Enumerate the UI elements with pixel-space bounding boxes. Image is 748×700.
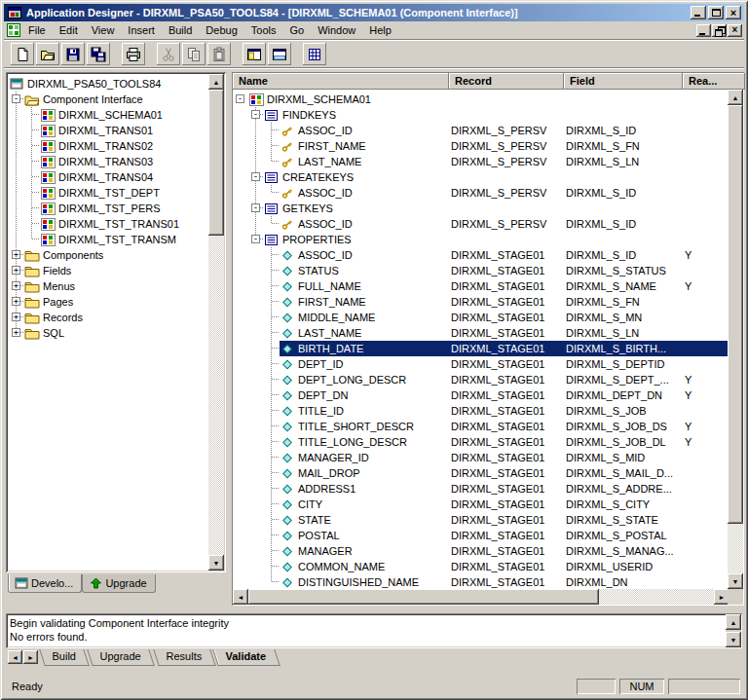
tree-expand-toggle[interactable]: - — [12, 94, 20, 103]
ci-row[interactable]: FIRST_NAMEDIRXML_STAGE01DIRXML_S_FN — [233, 294, 729, 310]
scroll-left-button[interactable]: ◄ — [233, 589, 248, 605]
project-tree-item[interactable]: +Components — [9, 247, 207, 263]
project-tree-item[interactable]: DIRXML_TST_PERS — [9, 201, 207, 216]
tree-expand-toggle[interactable]: - — [251, 110, 260, 119]
project-tree-item[interactable]: DIRXML_SCHEMA01 — [9, 107, 207, 123]
ci-row[interactable]: MANAGER_IDDIRXML_STAGE01DIRXML_S_MID — [233, 450, 729, 465]
ci-row[interactable]: FULL_NAMEDIRXML_STAGE01DIRXML_S_NAMEY — [233, 278, 729, 294]
tree-expand-toggle[interactable]: + — [12, 313, 20, 321]
ci-row[interactable]: COMMON_NAMEDIRXML_STAGE01DIRXML_USERID — [233, 559, 729, 574]
scroll-up-button[interactable]: ▲ — [726, 614, 741, 630]
save-all-button[interactable] — [87, 43, 110, 65]
output-window-button[interactable] — [268, 43, 291, 65]
ci-row[interactable]: -FINDKEYS — [233, 107, 729, 123]
ci-row[interactable]: TITLE_IDDIRXML_STAGE01DIRXML_S_JOB — [233, 403, 729, 419]
column-header-field[interactable]: Field — [564, 73, 683, 90]
menu-insert[interactable]: Insert — [121, 22, 162, 38]
column-header-record[interactable]: Record — [449, 73, 564, 90]
ci-row[interactable]: ASSOC_IDDIRXML_STAGE01DIRXML_S_IDY — [233, 247, 729, 263]
menu-help[interactable]: Help — [362, 22, 398, 38]
ci-row[interactable]: LAST_NAMEDIRXML_S_PERSVDIRXML_S_LN — [233, 154, 729, 169]
column-header-rea[interactable]: Rea... — [683, 73, 745, 90]
ci-row[interactable]: ASSOC_IDDIRXML_S_PERSVDIRXML_S_ID — [233, 185, 729, 201]
scroll-down-button[interactable]: ▼ — [726, 632, 741, 647]
output-tab-validate[interactable]: Validate — [213, 649, 280, 666]
ci-row[interactable]: DISTINGUISHED_NAMEDIRXML_STAGE01DIRXML_D… — [233, 574, 729, 589]
project-tree-item[interactable]: DIRXML_TRANS04 — [9, 169, 207, 185]
minimize-button[interactable] — [691, 6, 706, 19]
tree-expand-toggle[interactable]: + — [12, 281, 20, 290]
scroll-up-button[interactable]: ▲ — [208, 74, 224, 90]
ci-row[interactable]: DEPT_IDDIRXML_STAGE01DIRXML_S_DEPTID — [233, 356, 729, 372]
tree-expand-toggle[interactable]: + — [12, 328, 20, 337]
ci-row[interactable]: DEPT_LONG_DESCRDIRXML_STAGE01DIRXML_S_DE… — [233, 372, 729, 387]
copy-button[interactable] — [182, 43, 206, 65]
ci-row[interactable]: BIRTH_DATEDIRXML_STAGE01DIRXML_S_BIRTH..… — [233, 341, 729, 356]
output-tab-upgrade[interactable]: Upgrade — [88, 649, 156, 666]
project-tree-item[interactable]: DIRXML_TST_DEPT — [9, 185, 207, 201]
ci-row[interactable]: -DIRXML_SCHEMA01 — [233, 92, 729, 107]
cut-button[interactable] — [157, 43, 180, 65]
tree-expand-toggle[interactable]: + — [12, 250, 20, 259]
ci-row[interactable]: TITLE_LONG_DESCRDIRXML_STAGE01DIRXML_S_J… — [233, 434, 729, 450]
output-tab-scroll-right-button[interactable]: ► — [23, 650, 38, 664]
paste-button[interactable] — [207, 43, 231, 65]
mdi-close-button[interactable]: × — [728, 24, 742, 37]
project-workspace-button[interactable] — [243, 43, 266, 65]
workspace-tab-upgrade[interactable]: Upgrade — [82, 574, 155, 593]
mdi-restore-button[interactable] — [712, 24, 727, 37]
project-tree-item[interactable]: +Fields — [9, 263, 207, 278]
ci-row[interactable]: POSTALDIRXML_STAGE01DIRXML_S_POSTAL — [233, 528, 729, 543]
output-tab-build[interactable]: Build — [39, 649, 90, 666]
tree-expand-toggle[interactable]: + — [12, 297, 20, 306]
open-button[interactable] — [36, 43, 59, 65]
scroll-up-button[interactable]: ▲ — [728, 90, 743, 105]
project-tree-item[interactable]: +SQL — [9, 325, 207, 341]
project-tree-item[interactable]: +Pages — [9, 294, 207, 310]
ci-row[interactable]: ADDRESS1DIRXML_STAGE01DIRXML_S_ADDRE... — [233, 481, 729, 497]
ci-row[interactable]: ASSOC_IDDIRXML_S_PERSVDIRXML_S_ID — [233, 123, 729, 138]
document-window-icon[interactable] — [6, 22, 21, 38]
column-header-name[interactable]: Name — [233, 73, 449, 90]
ci-row[interactable]: MIDDLE_NAMEDIRXML_STAGE01DIRXML_S_MN — [233, 310, 729, 325]
project-tree-item[interactable]: DIRXML_PSA50_TOOLS84 — [9, 76, 207, 92]
tree-expand-toggle[interactable]: - — [251, 203, 260, 212]
ci-row[interactable]: ASSOC_IDDIRXML_S_PERSVDIRXML_S_ID — [233, 216, 729, 232]
project-tree-item[interactable]: DIRXML_TRANS03 — [9, 154, 207, 169]
tree-expand-toggle[interactable]: - — [251, 172, 260, 181]
ci-row[interactable]: LAST_NAMEDIRXML_STAGE01DIRXML_S_LN — [233, 325, 729, 341]
workspace-tab-develo[interactable]: Develo... — [8, 574, 82, 593]
project-tree-item[interactable]: DIRXML_TRANS02 — [9, 138, 207, 154]
print-button[interactable] — [122, 43, 145, 65]
ci-row[interactable]: -GETKEYS — [233, 201, 729, 216]
project-tree-item[interactable]: DIRXML_TST_TRANS01 — [9, 216, 207, 232]
ci-row[interactable]: MAIL_DROPDIRXML_STAGE01DIRXML_S_MAIL_D..… — [233, 465, 729, 481]
menu-edit[interactable]: Edit — [53, 22, 85, 38]
scrollbar-thumb[interactable] — [248, 589, 599, 605]
project-tree-item[interactable]: +Menus — [9, 278, 207, 294]
menu-view[interactable]: View — [85, 22, 122, 38]
title-bar[interactable]: Application Designer - DIRXML_PSA50_TOOL… — [4, 4, 744, 21]
project-tree-item[interactable]: +Records — [9, 310, 207, 325]
output-tab-results[interactable]: Results — [153, 649, 215, 666]
project-tree-item[interactable]: -Component Interface — [9, 92, 207, 107]
output-scrollbar[interactable]: ▲ ▼ — [726, 614, 741, 647]
project-tree-scrollbar[interactable]: ▲ ▼ — [208, 74, 224, 571]
ci-row[interactable]: FIRST_NAMEDIRXML_S_PERSVDIRXML_S_FN — [233, 138, 729, 154]
object-viewer-button[interactable] — [303, 43, 326, 65]
ci-row[interactable]: MANAGERDIRXML_STAGE01DIRXML_S_MANAG... — [233, 543, 729, 559]
scroll-down-button[interactable]: ▼ — [728, 573, 743, 589]
project-tree-item[interactable]: DIRXML_TRANS01 — [9, 123, 207, 138]
ci-row[interactable]: STATEDIRXML_STAGE01DIRXML_S_STATE — [233, 512, 729, 528]
tree-expand-toggle[interactable]: + — [12, 266, 20, 275]
new-button[interactable] — [11, 43, 34, 65]
ci-row[interactable]: CITYDIRXML_STAGE01DIRXML_S_CITY — [233, 497, 729, 512]
menu-go[interactable]: Go — [282, 22, 311, 38]
ci-row[interactable]: STATUSDIRXML_STAGE01DIRXML_S_STATUS — [233, 263, 729, 278]
menu-build[interactable]: Build — [162, 22, 199, 38]
close-button[interactable]: × — [726, 6, 741, 19]
menu-file[interactable]: File — [21, 22, 53, 38]
ci-row[interactable]: -CREATEKEYS — [233, 169, 729, 185]
ci-row[interactable]: DEPT_DNDIRXML_STAGE01DIRXML_DEPT_DNY — [233, 387, 729, 403]
tree-expand-toggle[interactable]: - — [236, 94, 244, 103]
